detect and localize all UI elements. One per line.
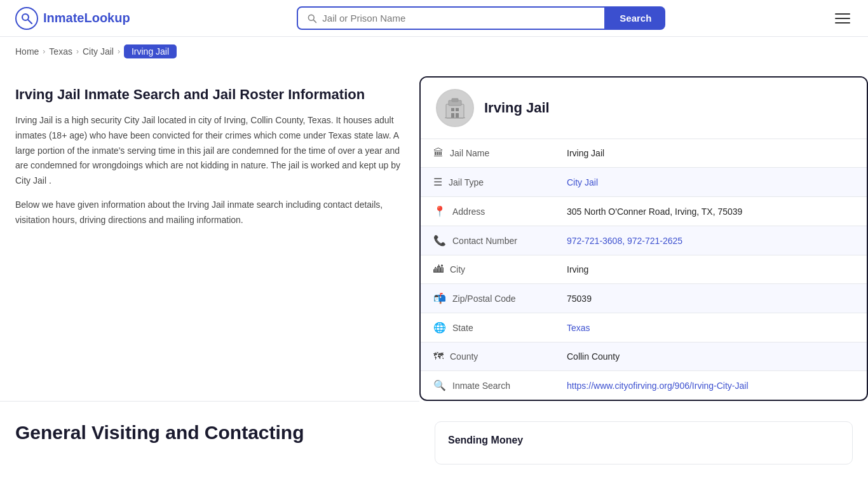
table-value-cell: 75039 bbox=[554, 284, 867, 313]
table-row: 🏛Jail NameIrving Jail bbox=[421, 139, 867, 168]
table-row: 🗺CountyCollin County bbox=[421, 342, 867, 371]
table-value-link[interactable]: Texas bbox=[567, 323, 590, 333]
svg-line-3 bbox=[314, 20, 316, 22]
row-icon: 🏙 bbox=[433, 264, 444, 274]
table-row: 📞Contact Number972-721-3608, 972-721-262… bbox=[421, 226, 867, 255]
svg-rect-6 bbox=[452, 98, 458, 102]
table-value-cell: 305 North O'Conner Road, Irving, TX, 750… bbox=[554, 197, 867, 226]
table-label-cell: 📞Contact Number bbox=[421, 226, 554, 255]
row-icon: 🏛 bbox=[433, 147, 444, 158]
svg-rect-4 bbox=[446, 104, 464, 118]
table-value-cell: Collin County bbox=[554, 342, 867, 371]
bottom-row: General Visiting and Contacting Sending … bbox=[0, 401, 868, 475]
row-label: Zip/Postal Code bbox=[452, 294, 516, 304]
breadcrumb-texas[interactable]: Texas bbox=[49, 46, 72, 57]
row-icon: 🌐 bbox=[433, 322, 446, 333]
right-panel: Irving Jail 🏛Jail NameIrving Jail☰Jail T… bbox=[419, 66, 868, 401]
table-label-cell: 🌐State bbox=[421, 313, 554, 342]
table-label-cell: ☰Jail Type bbox=[421, 168, 554, 197]
search-icon bbox=[307, 13, 317, 24]
row-label: Jail Type bbox=[449, 177, 484, 187]
table-row: ☰Jail TypeCity Jail bbox=[421, 168, 867, 197]
sending-money-title: Sending Money bbox=[448, 435, 839, 446]
table-label-cell: 📬Zip/Postal Code bbox=[421, 284, 554, 313]
row-label: City bbox=[450, 264, 465, 274]
table-value-link[interactable]: 972-721-3608, 972-721-2625 bbox=[567, 236, 682, 246]
row-label: County bbox=[450, 351, 478, 362]
table-value-cell[interactable]: Texas bbox=[554, 313, 867, 342]
breadcrumb-sep-2: › bbox=[76, 47, 79, 56]
svg-rect-7 bbox=[451, 108, 454, 111]
table-value-link[interactable]: https://www.cityofirving.org/906/Irving-… bbox=[567, 381, 749, 391]
table-value-cell[interactable]: City Jail bbox=[554, 168, 867, 197]
breadcrumb-sep-1: › bbox=[43, 47, 45, 56]
bottom-title: General Visiting and Contacting bbox=[15, 422, 404, 444]
logo-link[interactable]: InmateLookup bbox=[15, 7, 130, 30]
main-content: Irving Jail Inmate Search and Jail Roste… bbox=[0, 66, 868, 401]
breadcrumb: Home › Texas › City Jail › Irving Jail bbox=[0, 37, 868, 66]
table-value-cell: Irving Jail bbox=[554, 139, 867, 168]
svg-rect-11 bbox=[445, 118, 465, 118]
breadcrumb-active: Irving Jail bbox=[124, 44, 177, 58]
logo-text: InmateLookup bbox=[43, 11, 130, 25]
bottom-section: General Visiting and Contacting bbox=[0, 401, 419, 454]
table-row: 📬Zip/Postal Code75039 bbox=[421, 284, 867, 313]
logo-icon bbox=[15, 7, 38, 30]
sending-money-card: Sending Money bbox=[435, 421, 853, 464]
svg-line-1 bbox=[28, 20, 32, 24]
svg-rect-9 bbox=[451, 113, 454, 118]
breadcrumb-home[interactable]: Home bbox=[15, 46, 39, 57]
search-input-wrap bbox=[297, 6, 606, 30]
table-value-cell[interactable]: 972-721-3608, 972-721-2625 bbox=[554, 226, 867, 255]
bottom-left: General Visiting and Contacting bbox=[0, 401, 419, 475]
table-label-cell: 🔍Inmate Search bbox=[421, 371, 554, 400]
page-title: Irving Jail Inmate Search and Jail Roste… bbox=[15, 86, 404, 103]
row-icon: 🗺 bbox=[433, 351, 444, 362]
hamburger-menu[interactable] bbox=[832, 11, 853, 26]
page-desc-1: Irving Jail is a high security City Jail… bbox=[15, 113, 404, 189]
search-input[interactable] bbox=[322, 13, 595, 24]
row-label: Contact Number bbox=[452, 236, 517, 246]
breadcrumb-sep-3: › bbox=[118, 47, 120, 56]
page-desc-2: Below we have given information about th… bbox=[15, 198, 404, 228]
table-row: 🏙CityIrving bbox=[421, 255, 867, 284]
table-label-cell: 📍Address bbox=[421, 197, 554, 226]
bottom-right: Sending Money bbox=[435, 401, 868, 475]
row-label: Jail Name bbox=[450, 148, 489, 158]
row-icon: 📬 bbox=[433, 293, 446, 304]
table-row: 🌐StateTexas bbox=[421, 313, 867, 342]
info-table: 🏛Jail NameIrving Jail☰Jail TypeCity Jail… bbox=[421, 139, 867, 400]
table-value-cell[interactable]: https://www.cityofirving.org/906/Irving-… bbox=[554, 371, 867, 400]
row-label: State bbox=[452, 323, 473, 333]
card-header: Irving Jail bbox=[421, 78, 867, 139]
row-icon: 🔍 bbox=[433, 380, 446, 391]
breadcrumb-city-jail[interactable]: City Jail bbox=[83, 46, 114, 57]
card-avatar bbox=[436, 89, 474, 127]
search-bar: Search bbox=[297, 6, 665, 30]
table-label-cell: 🏛Jail Name bbox=[421, 139, 554, 168]
building-icon bbox=[442, 95, 468, 121]
table-label-cell: 🏙City bbox=[421, 255, 554, 284]
card-title: Irving Jail bbox=[484, 100, 550, 116]
table-value-link[interactable]: City Jail bbox=[567, 177, 598, 187]
svg-rect-10 bbox=[456, 113, 459, 118]
row-icon: 📞 bbox=[433, 235, 446, 246]
search-button[interactable]: Search bbox=[606, 6, 665, 30]
table-row: 📍Address305 North O'Conner Road, Irving,… bbox=[421, 197, 867, 226]
table-value-cell: Irving bbox=[554, 255, 867, 284]
header: InmateLookup Search bbox=[0, 0, 868, 37]
row-label: Address bbox=[452, 207, 485, 217]
row-icon: ☰ bbox=[433, 177, 442, 187]
row-label: Inmate Search bbox=[452, 381, 510, 391]
table-row: 🔍Inmate Searchhttps://www.cityofirving.o… bbox=[421, 371, 867, 400]
info-card: Irving Jail 🏛Jail NameIrving Jail☰Jail T… bbox=[419, 76, 868, 401]
left-panel: Irving Jail Inmate Search and Jail Roste… bbox=[0, 66, 419, 401]
table-label-cell: 🗺County bbox=[421, 342, 554, 371]
row-icon: 📍 bbox=[433, 206, 446, 217]
svg-rect-8 bbox=[456, 108, 459, 111]
